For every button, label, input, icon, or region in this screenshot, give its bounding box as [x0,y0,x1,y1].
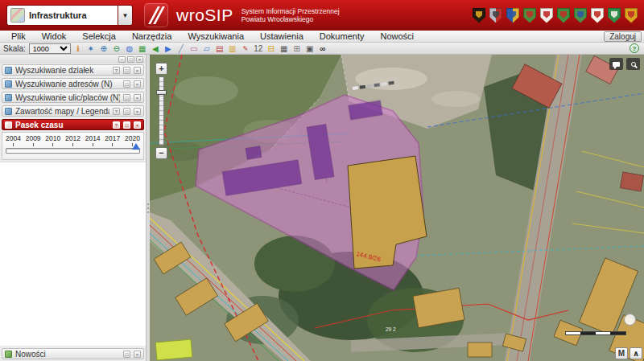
map-viewport[interactable]: 144.9/26 29 2 + − [150,55,644,361]
close-icon[interactable]: × [134,80,141,88]
search-address-icon [5,80,12,88]
scale-select[interactable]: 1000 [29,43,71,54]
measure-line-icon[interactable]: ╱ [175,43,187,54]
info-icon[interactable]: ℹ [72,43,84,54]
map-thumbnail-icon [10,8,25,23]
timeline-year[interactable]: 2004 [6,134,21,142]
timeline-track[interactable] [6,148,140,154]
municipality-crests [473,8,638,23]
timeline-year[interactable]: 2010 [45,134,60,142]
panel-wyszukiwanie-adresow[interactable]: Wyszukiwanie adresów (N) □ × [2,78,144,89]
full-extent-icon[interactable]: ◍ [124,43,135,54]
timeline-year[interactable]: 2009 [26,134,41,142]
menu-plik[interactable]: Plik [3,31,34,41]
next-view-icon[interactable]: ▶ [163,43,174,54]
menu-widok[interactable]: Widok [34,31,75,41]
collapse-up-button[interactable]: ∧ [630,347,642,359]
zoom-out-button[interactable]: − [155,147,167,159]
menu-narzedzia[interactable]: Narzędzia [124,31,180,41]
menu-dokumenty[interactable]: Dokumenty [312,31,373,41]
save-icon[interactable]: ▣ [304,43,316,54]
powiat-crest [540,8,553,23]
powiat-crest [473,8,485,23]
close-icon[interactable]: × [134,94,141,101]
timeline-year[interactable]: 2014 [85,134,101,142]
menubar: Plik Widok Selekcja Narzędzia Wyszukiwan… [0,31,644,43]
coordinates-icon[interactable]: 12 [253,43,264,54]
overview-map-icon[interactable]: ▦ [137,43,148,54]
login-button[interactable]: Zaloguj [604,31,642,42]
toolbar: Skala: 1000 ℹ ✶ ⊕ ⊖ ◍ ▦ ◀ ▶ ╱ ▭ ▱ ▤ ▥ ✎ … [0,43,644,55]
zoom-out-icon[interactable]: ⊖ [111,43,122,54]
restore-icon[interactable]: □ [123,94,130,101]
timeline-slider-handle[interactable] [132,143,140,150]
measure-polygon-icon[interactable]: ▱ [201,43,213,54]
zoom-in-button[interactable]: + [155,63,167,75]
map-corner-buttons: M ∧ [615,347,642,359]
zoom-slider-handle[interactable] [156,90,167,95]
panel-zawartosc-mapy[interactable]: Zawartość mapy / Legenda ? □ × [2,105,144,117]
close-icon[interactable]: × [134,108,141,115]
restore-icon[interactable]: □ [123,67,130,74]
restore-icon[interactable]: □ [123,108,130,115]
app-header: Infrastruktura ▼ wroSIP System Informacj… [0,0,644,31]
profile-current[interactable]: Infrastruktura [6,5,118,26]
minimize-icon[interactable]: − [118,56,126,63]
restore-icon[interactable]: □ [123,121,130,129]
map-magnifier-button[interactable] [626,58,640,70]
compass-icon [624,314,636,326]
restore-icon[interactable]: □ [123,80,130,88]
print-map-icon[interactable]: ⊞ [291,43,303,54]
draw-icon[interactable]: ✎ [240,43,251,54]
brand: wroSIP System Informacji Przestrzennej P… [144,3,340,27]
powiat-crest [608,8,621,23]
menu-nowosci[interactable]: Nowości [372,31,422,41]
permalink-icon[interactable]: ∞ [317,43,328,54]
map-mode-button[interactable]: M [615,347,628,359]
main-area: − □ × Wyszukiwanie działek ? □ × Wyszuki… [0,55,644,361]
menu-wyszukiwania[interactable]: Wyszukiwania [180,31,252,41]
profile-dropdown-button[interactable]: ▼ [118,5,133,26]
zoom-slider-track[interactable] [159,76,164,146]
panel-nowosci[interactable]: Nowości □ × [2,348,144,359]
panel-wyszukiwanie-dzialek[interactable]: Wyszukiwanie działek ? □ × [2,64,144,76]
close-icon[interactable]: × [134,351,141,358]
powiat-crest [557,8,570,23]
timeline-year[interactable]: 2017 [105,134,120,142]
close-icon[interactable]: × [134,121,141,129]
attribute-table-icon[interactable]: ▦ [279,43,290,54]
powiat-crest [506,8,519,23]
news-icon [5,351,12,358]
identify-icon[interactable]: ✶ [85,43,97,54]
panel-pasek-czasu[interactable]: Pasek czasu ? □ × [2,119,144,130]
map-small-label: 29 2 [386,326,396,332]
help-icon[interactable]: ? [113,67,120,74]
menu-selekcja[interactable]: Selekcja [74,31,124,41]
map-tooltip-button[interactable] [609,58,623,70]
timeline-year[interactable]: 2012 [65,134,80,142]
close-icon[interactable]: × [134,67,141,74]
panel-wyszukiwanie-ulic[interactable]: Wyszukiwanie ulic/placów (N) □ × [2,92,144,103]
map-scale-bar [565,331,626,335]
restore-icon[interactable]: □ [123,351,130,358]
sidebar-content-area [0,162,146,346]
close-icon[interactable]: × [136,56,143,63]
print-icon[interactable]: ⊟ [266,43,277,54]
wrosip-app: Infrastruktura ▼ wroSIP System Informacj… [0,0,644,361]
ruler-icon[interactable]: ▤ [214,43,225,54]
powiat-crest [523,8,536,23]
zoom-in-icon[interactable]: ⊕ [98,43,109,54]
help-icon[interactable]: ? [630,43,639,53]
previous-view-icon[interactable]: ◀ [150,43,161,54]
brand-name: wroSIP [176,6,233,25]
menu-ustawienia[interactable]: Ustawienia [252,31,312,41]
profile-label: Infrastruktura [29,10,87,20]
help-icon[interactable]: ? [113,121,120,129]
aerial-map-canvas[interactable]: 144.9/26 29 2 [150,55,644,361]
help-icon[interactable]: ? [113,108,120,115]
measure-rectangle-icon[interactable]: ▭ [188,43,200,54]
dimensions-icon[interactable]: ▥ [227,43,238,54]
profile-selector[interactable]: Infrastruktura ▼ [6,5,133,26]
timeline-year[interactable]: 2020 [125,134,140,142]
restore-icon[interactable]: □ [127,56,134,63]
